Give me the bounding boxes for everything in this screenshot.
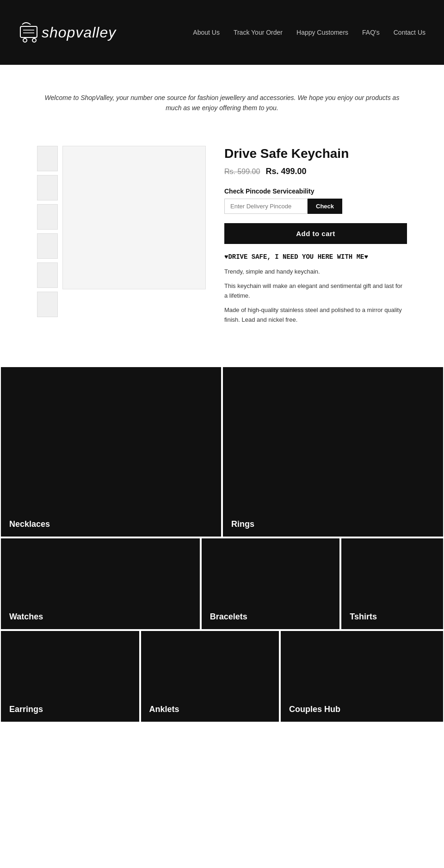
logo-text: shopvalley: [42, 24, 116, 41]
collection-tshirts[interactable]: Tshirts: [340, 537, 444, 630]
collection-watches[interactable]: Watches: [0, 537, 201, 630]
thumbnails: [37, 146, 58, 330]
product-desc2: This keychain will make an elegant and s…: [224, 281, 407, 301]
nav-happy[interactable]: Happy Customers: [296, 29, 348, 36]
collection-bracelets-label: Bracelets: [210, 612, 247, 622]
svg-point-1: [23, 38, 27, 42]
thumb-1[interactable]: [37, 146, 58, 171]
collection-watches-label: Watches: [9, 612, 43, 622]
product-desc3: Made of high-quality stainless steel and…: [224, 306, 407, 325]
collections-row-3: Earrings Anklets Couples Hub: [0, 630, 444, 723]
svg-point-2: [32, 38, 36, 42]
product-images: [37, 146, 206, 330]
thumb-5[interactable]: [37, 262, 58, 288]
collection-bracelets[interactable]: Bracelets: [201, 537, 341, 630]
nav-about[interactable]: About Us: [193, 29, 220, 36]
price-original: Rs. 599.00: [224, 168, 260, 176]
add-to-cart-button[interactable]: Add to cart: [224, 223, 407, 244]
collection-couples-label: Couples Hub: [289, 705, 340, 714]
collection-anklets-label: Anklets: [149, 705, 179, 714]
main-product-image: [62, 146, 206, 289]
logo[interactable]: shopvalley: [18, 20, 116, 45]
nav-track[interactable]: Track Your Order: [234, 29, 283, 36]
thumb-4[interactable]: [37, 233, 58, 259]
product-desc1: Trendy, simple and handy keychain.: [224, 267, 407, 277]
collection-earrings[interactable]: Earrings: [0, 630, 140, 723]
logo-icon: [18, 20, 42, 45]
header: shopvalley About Us Track Your Order Hap…: [0, 0, 444, 65]
nav-contact[interactable]: Contact Us: [394, 29, 426, 36]
collection-anklets[interactable]: Anklets: [140, 630, 280, 723]
welcome-text: Welcome to ShopValley, your number one s…: [37, 93, 407, 113]
main-nav: About Us Track Your Order Happy Customer…: [193, 29, 426, 36]
svg-rect-0: [20, 26, 37, 37]
collection-couples[interactable]: Couples Hub: [280, 630, 444, 723]
pincode-label: Check Pincode Serviceability: [224, 187, 407, 195]
price-sale: Rs. 499.00: [265, 167, 306, 176]
collection-necklaces[interactable]: Necklaces: [0, 366, 222, 537]
collections-section: Necklaces Rings Watches Bracelets Tshirt…: [0, 357, 444, 723]
product-info: Drive Safe Keychain Rs. 599.00 Rs. 499.0…: [224, 146, 407, 330]
thumb-3[interactable]: [37, 204, 58, 230]
product-title: Drive Safe Keychain: [224, 146, 407, 162]
product-section: Drive Safe Keychain Rs. 599.00 Rs. 499.0…: [0, 132, 444, 357]
price-area: Rs. 599.00 Rs. 499.00: [224, 167, 407, 176]
thumb-6[interactable]: [37, 292, 58, 317]
collection-rings-label: Rings: [231, 519, 254, 529]
collection-rings[interactable]: Rings: [222, 366, 444, 537]
product-tagline: ♥DRIVE SAFE, I NEED YOU HERE WITH ME♥: [224, 253, 407, 261]
pincode-row: Check: [224, 199, 407, 214]
check-pincode-button[interactable]: Check: [308, 199, 342, 214]
collection-earrings-label: Earrings: [9, 705, 43, 714]
collection-necklaces-label: Necklaces: [9, 519, 50, 529]
collections-row-2: Watches Bracelets Tshirts: [0, 537, 444, 630]
pincode-input[interactable]: [224, 199, 308, 214]
collections-row-1: Necklaces Rings: [0, 366, 444, 537]
thumb-2[interactable]: [37, 175, 58, 200]
welcome-section: Welcome to ShopValley, your number one s…: [0, 65, 444, 132]
collection-tshirts-label: Tshirts: [350, 612, 377, 622]
nav-faq[interactable]: FAQ's: [362, 29, 380, 36]
